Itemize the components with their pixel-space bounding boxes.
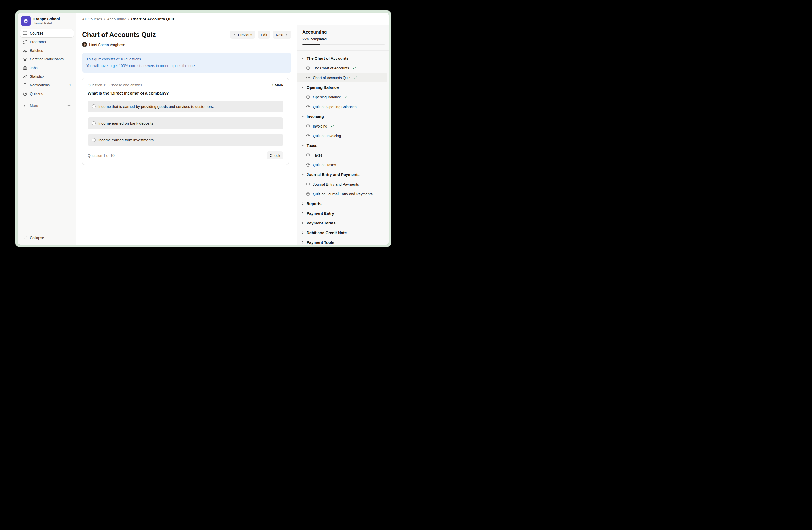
monitor-play-icon [306, 124, 310, 128]
radio-button[interactable] [92, 121, 96, 125]
outline-chapter-opening-balance: Opening BalanceOpening BalanceQuiz on Op… [298, 83, 387, 112]
left-sidebar: Frappe School Jannat Patel CoursesProgra… [18, 13, 76, 245]
help-circle-icon [23, 92, 27, 96]
workspace-switcher[interactable]: Frappe School Jannat Patel [18, 13, 76, 29]
outline-lesson-journal-entry-and-payments[interactable]: Journal Entry and Payments [298, 179, 387, 189]
sidebar-item-certified-participants[interactable]: Certified Participants [20, 55, 73, 64]
radio-button[interactable] [92, 138, 96, 142]
sidebar-item-jobs[interactable]: Jobs [20, 64, 73, 72]
help-circle-icon [306, 163, 310, 167]
sidebar-item-batches[interactable]: Batches [20, 46, 73, 55]
radio-button[interactable] [92, 104, 96, 108]
outline-lesson-invoicing[interactable]: Invoicing [298, 121, 387, 131]
trending-up-icon [23, 74, 27, 79]
banner-line-2: You will have to get 100% correct answer… [86, 62, 287, 69]
outline-lesson-quiz-on-journal-entry-and-payments[interactable]: Quiz on Journal Entry and Payments [298, 189, 387, 199]
app-window-frame: Frappe School Jannat Patel CoursesProgra… [15, 10, 391, 247]
help-circle-icon [306, 105, 310, 109]
monitor-play-icon [306, 153, 310, 157]
outline-chapter-journal-entry-and-payments: Journal Entry and PaymentsJournal Entry … [298, 170, 387, 199]
outline-chapter-invoicing: InvoicingInvoicingQuiz on Invoicing [298, 112, 387, 141]
question-number-label: Question 1: [88, 83, 106, 87]
question-text: What is the 'Direct Income' of a company… [88, 91, 283, 96]
chapter-row[interactable]: Opening Balance [298, 83, 387, 92]
chapter-label: The Chart of Accounts [307, 56, 348, 60]
next-button[interactable]: Next [273, 31, 291, 39]
chevron-down-icon [301, 115, 305, 118]
outline-chapter-payment-terms: Payment Terms [298, 218, 387, 228]
chevron-right-icon [301, 241, 305, 244]
chapter-row[interactable]: Payment Tools [298, 237, 387, 245]
chapter-lessons: Journal Entry and PaymentsQuiz on Journa… [298, 179, 387, 199]
breadcrumb-separator: / [104, 17, 105, 21]
outline-lesson-quiz-on-invoicing[interactable]: Quiz on Invoicing [298, 131, 387, 141]
sidebar-item-programs[interactable]: Programs [20, 38, 73, 46]
sidebar-item-notifications[interactable]: Notifications1 [20, 81, 73, 89]
breadcrumb-all-courses[interactable]: All Courses [82, 17, 102, 21]
monitor-play-icon [306, 95, 310, 99]
outline-lesson-quiz-on-opening-balances[interactable]: Quiz on Opening Balances [298, 102, 387, 112]
lesson-label: Quiz on Opening Balances [313, 105, 357, 109]
sidebar-item-label: Notifications [30, 83, 67, 87]
help-circle-icon [306, 192, 310, 196]
collapse-label: Collapse [30, 236, 71, 240]
sidebar-item-label: Batches [30, 48, 71, 53]
chapter-label: Payment Entry [307, 211, 334, 215]
course-title: Accounting [302, 30, 385, 35]
briefcase-icon [23, 66, 27, 70]
answer-option-3[interactable]: Income earned from investments [88, 134, 283, 146]
check-button[interactable]: Check [266, 151, 283, 159]
check-icon [352, 66, 356, 70]
author-row: Linet Sherin Varghese [82, 42, 291, 47]
chapter-row[interactable]: Reports [298, 199, 387, 208]
outline-lesson-opening-balance[interactable]: Opening Balance [298, 92, 387, 102]
lesson-label: Quiz on Journal Entry and Payments [313, 192, 373, 196]
sidebar-item-label: Quizzes [30, 92, 71, 96]
chapter-row[interactable]: Payment Terms [298, 218, 387, 228]
chapter-row[interactable]: Debit and Credit Note [298, 228, 387, 237]
question-progress: Question 1 of 10 [88, 153, 115, 158]
chapter-row[interactable]: The Chart of Accounts [298, 53, 387, 63]
previous-button[interactable]: Previous [230, 31, 255, 39]
answer-option-1[interactable]: Income that is earned by providing goods… [88, 100, 283, 112]
course-progress-bar [302, 44, 385, 45]
route-icon [23, 40, 27, 44]
outline-chapter-payment-entry: Payment Entry [298, 208, 387, 218]
edit-label: Edit [261, 33, 267, 37]
sidebar-item-statistics[interactable]: Statistics [20, 72, 73, 81]
outline-lesson-quiz-on-taxes[interactable]: Quiz on Taxes [298, 160, 387, 170]
chevron-right-icon [301, 231, 305, 234]
bell-icon [23, 83, 27, 87]
sidebar-item-quizzes[interactable]: Quizzes [20, 89, 73, 98]
chapter-row[interactable]: Taxes [298, 141, 387, 150]
lesson-label: Quiz on Taxes [313, 163, 336, 167]
course-progress-fill [302, 44, 320, 45]
frappe-school-logo [21, 16, 31, 26]
plus-icon[interactable] [67, 103, 71, 108]
outline-lesson-the-chart-of-accounts[interactable]: The Chart of Accounts [298, 63, 387, 73]
chapter-lessons: InvoicingQuiz on Invoicing [298, 121, 387, 141]
author-avatar [82, 42, 87, 47]
breadcrumb: All Courses / Accounting / Chart of Acco… [76, 13, 389, 25]
edit-button[interactable]: Edit [258, 31, 270, 39]
page-title: Chart of Accounts Quiz [82, 31, 156, 39]
check-label: Check [270, 153, 280, 158]
main-content: Chart of Accounts Quiz Previous Edit [76, 25, 297, 245]
chapter-row[interactable]: Payment Entry [298, 208, 387, 218]
content-wrap: All Courses / Accounting / Chart of Acco… [76, 13, 389, 245]
chevron-down-icon [301, 144, 305, 147]
breadcrumb-accounting[interactable]: Accounting [107, 17, 126, 21]
answer-option-2[interactable]: Income earned on bank deposits [88, 117, 283, 129]
sidebar-item-courses[interactable]: Courses [20, 29, 73, 38]
chevron-right-icon [301, 212, 305, 215]
collapse-sidebar-button[interactable]: Collapse [18, 232, 76, 243]
answer-options: Income that is earned by providing goods… [88, 100, 283, 146]
app-window: Frappe School Jannat Patel CoursesProgra… [18, 13, 389, 245]
chapter-row[interactable]: Journal Entry and Payments [298, 170, 387, 179]
outline-lesson-taxes[interactable]: Taxes [298, 150, 387, 160]
author-name: Linet Sherin Varghese [89, 43, 125, 47]
sidebar-item-label: Certified Participants [30, 57, 71, 61]
chapter-row[interactable]: Invoicing [298, 112, 387, 121]
sidebar-item-more[interactable]: More [20, 101, 73, 110]
outline-lesson-chart-of-accounts-quiz[interactable]: Chart of Accounts Quiz [298, 73, 387, 83]
